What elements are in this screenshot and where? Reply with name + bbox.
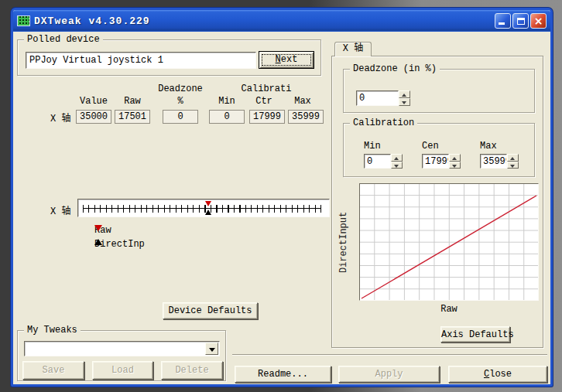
close-dialog-button[interactable]: Close: [448, 366, 547, 383]
calibration-group: Calibration Min Cen Max 0 17999 35999: [343, 123, 535, 177]
calibration-min-label: Min: [364, 141, 381, 152]
spinner-down-icon[interactable]: [507, 162, 519, 169]
dialog-client-area: Polled device PPJoy Virtual joystick 1 N…: [13, 32, 550, 384]
x-axis-value-cell: 35000: [76, 110, 111, 124]
load-tweak-button[interactable]: Load: [92, 361, 153, 380]
calibration-min-spinner-buttons: [391, 154, 403, 169]
tab-x-axis[interactable]: X 轴: [334, 42, 372, 56]
calibration-max-label: Max: [480, 141, 497, 152]
device-defaults-button[interactable]: Device Defaults: [163, 302, 258, 319]
calibration-min-value[interactable]: 0: [364, 154, 391, 169]
title-bar[interactable]: DXTweak v4.30.229 ×: [13, 10, 550, 32]
x-axis-deadzone-pct-cell: 0: [163, 110, 198, 124]
trackbar-ruler: [83, 205, 321, 213]
spinner-up-icon[interactable]: [391, 154, 403, 162]
calibration-cen-label: Cen: [422, 141, 439, 152]
delete-tweak-button[interactable]: Delete: [161, 361, 223, 380]
legend-directinput: DirectInp: [94, 239, 145, 250]
caption-buttons: ×: [495, 13, 547, 29]
desktop-background: { "window": { "title": "DXTweak v4.30.22…: [0, 0, 562, 392]
x-axis-raw-cell: 17501: [115, 110, 150, 124]
calibration-max-spinner[interactable]: 35999: [480, 154, 519, 169]
tweaks-combobox[interactable]: [24, 341, 220, 356]
calibration-min-spinner[interactable]: 0: [364, 154, 403, 169]
apply-button[interactable]: Apply: [338, 366, 440, 383]
my-tweaks-group-label: My Tweaks: [24, 325, 81, 336]
graph-line: [360, 184, 538, 300]
calibration-max-value[interactable]: 35999: [480, 154, 507, 169]
next-device-button[interactable]: Next: [259, 51, 314, 69]
save-tweak-button[interactable]: Save: [22, 361, 84, 380]
app-icon: [17, 15, 30, 26]
close-icon: ×: [534, 15, 543, 27]
x-axis-min-cell: 0: [209, 110, 245, 124]
raw-position-marker-icon: [205, 201, 211, 206]
readme-button[interactable]: Readme...: [235, 366, 331, 383]
axis-defaults-button[interactable]: Axis Defaults: [440, 326, 510, 343]
deadzone-group: Deadzone (in %) 0: [343, 69, 535, 113]
calibration-cen-value[interactable]: 17999: [422, 154, 449, 169]
spinner-down-icon[interactable]: [399, 98, 410, 106]
minimize-icon: [499, 22, 505, 25]
x-axis-row-label: X 轴: [50, 111, 70, 124]
polled-device-group-label: Polled device: [24, 34, 103, 45]
dxtweak-window: DXTweak v4.30.229 × Polled device PPJoy …: [11, 8, 553, 387]
calibration-response-graph: [359, 183, 539, 301]
raw-legend-marker-icon: [94, 225, 102, 231]
spinner-up-icon[interactable]: [449, 154, 461, 162]
calibration-max-spinner-buttons: [507, 154, 519, 169]
legend-raw: Raw: [94, 225, 111, 236]
polled-device-field[interactable]: PPJoy Virtual joystick 1: [26, 52, 256, 69]
column-header-max: Max: [279, 96, 326, 107]
column-header-deadzone-pct: %: [157, 96, 204, 107]
graph-y-axis-label: DirectInput: [338, 183, 351, 301]
close-button[interactable]: ×: [530, 13, 547, 29]
graph-x-axis-label: Raw: [359, 304, 539, 315]
x-axis-max-cell: 35999: [288, 110, 324, 124]
deadzone-group-label: Deadzone (in %): [350, 63, 440, 74]
calibration-cen-spinner-buttons: [449, 154, 461, 169]
spinner-up-icon[interactable]: [507, 154, 519, 162]
minimize-button[interactable]: [495, 13, 511, 29]
calibration-group-label: Calibration: [350, 118, 417, 128]
bottom-separator: [232, 354, 547, 356]
spinner-up-icon[interactable]: [399, 90, 410, 98]
calibration-column-group-header: Calibrati: [235, 84, 297, 94]
window-title: DXTweak v4.30.229: [34, 15, 495, 27]
deadzone-column-group-header: Deadzone: [149, 84, 211, 94]
maximize-icon: [517, 18, 525, 25]
deadzone-spinner-buttons: [399, 90, 410, 106]
polled-device-group: Polled device PPJoy Virtual joystick 1 N…: [17, 39, 321, 76]
directinput-legend-marker-icon: [94, 239, 102, 245]
my-tweaks-group: My Tweaks Save Load Delete: [17, 330, 226, 381]
deadzone-spinner[interactable]: 0: [356, 90, 410, 106]
tweaks-combobox-dropdown-icon[interactable]: [205, 343, 218, 355]
spinner-down-icon[interactable]: [391, 162, 403, 169]
deadzone-spinner-value[interactable]: 0: [356, 90, 399, 106]
column-header-raw: Raw: [109, 96, 156, 107]
directinput-position-marker-icon: [205, 210, 211, 215]
x-axis-tab-page: Deadzone (in %) 0 Calibration Min Cen Ma…: [331, 56, 543, 348]
calibration-cen-spinner[interactable]: 17999: [422, 154, 461, 169]
spinner-down-icon[interactable]: [449, 162, 461, 169]
maximize-button[interactable]: [512, 13, 529, 29]
x-axis-ctr-cell: 17999: [249, 110, 285, 124]
trackbar-axis-label: X 轴: [50, 203, 70, 217]
x-axis-trackbar[interactable]: [77, 199, 330, 217]
